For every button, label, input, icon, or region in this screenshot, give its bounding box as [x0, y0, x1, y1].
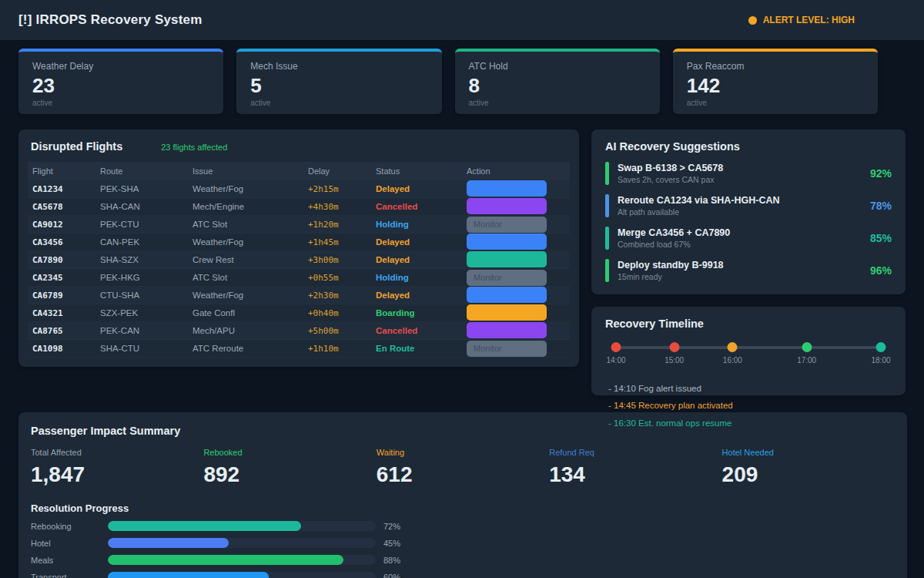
stat-card: Mech Issue5active	[236, 49, 441, 114]
impact-stat: Hotel Needed209	[722, 448, 895, 486]
action-cell: Monitor	[462, 341, 570, 357]
route-cell: PEK-CTU	[95, 220, 188, 229]
alert-level-indicator: ALERT LEVEL: HIGH	[748, 15, 855, 25]
stat-card-value: 23	[32, 76, 209, 96]
flights-table: FlightRouteIssueDelayStatusAction CA1234…	[28, 162, 570, 358]
flight-action-button[interactable]: Monitor	[467, 341, 547, 357]
suggestion-confidence: 85%	[870, 232, 892, 244]
route-cell: PEK-HKG	[95, 273, 188, 282]
delay-cell: +2h15m	[303, 184, 371, 194]
suggestion-text: Deploy standby B-991815min ready	[618, 260, 724, 282]
suggestion-subtitle: Alt path available	[618, 207, 779, 217]
issue-cell: Weather/Fog	[188, 291, 303, 300]
impact-stat-label: Total Affected	[31, 448, 203, 457]
stat-card-sublabel: active	[687, 99, 864, 107]
flight-number-cell: CA6789	[28, 291, 95, 301]
table-row: CA8765PEK-CANMech/APU+5h00mCancelled	[28, 322, 570, 340]
stat-card: ATC Hold8active	[455, 49, 660, 114]
flight-action-button[interactable]	[467, 322, 547, 338]
timeline-event: - 16:30 Est. normal ops resume	[608, 415, 892, 432]
flight-action-button[interactable]: Monitor	[467, 217, 547, 233]
flight-number-cell: CA2345	[28, 273, 95, 283]
suggestion-subtitle: Saves 2h, covers CAN pax	[618, 175, 723, 184]
route-cell: PEK-CAN	[95, 326, 188, 335]
ai-suggestion-item[interactable]: Merge CA3456 + CA7890Combined load 67%85…	[605, 227, 892, 250]
dashboard-body: Weather Delay23activeMech Issue5activeAT…	[0, 41, 924, 578]
route-cell: SHA-SZX	[95, 255, 188, 264]
flight-action-button[interactable]	[467, 287, 547, 303]
impact-stat-value: 134	[549, 464, 721, 486]
progress-row: Transport60%	[31, 572, 895, 578]
ai-suggestion-item[interactable]: Swap B-6138 > CA5678Saves 2h, covers CAN…	[605, 162, 892, 185]
timeline-tick-label: 17:00	[797, 356, 816, 365]
flight-action-button[interactable]: Monitor	[467, 270, 547, 286]
timeline-tick-label: 18:00	[871, 356, 890, 365]
flight-action-button[interactable]	[467, 198, 547, 214]
stat-card-value: 5	[250, 76, 427, 96]
progress-label: Hotel	[31, 539, 108, 548]
impact-stat-value: 892	[203, 464, 376, 486]
flight-action-button[interactable]	[467, 234, 547, 250]
disrupted-flights-panel: Disrupted Flights 23 flights affected Fl…	[18, 129, 579, 367]
flights-column-header: Flight	[28, 166, 95, 176]
flight-action-button[interactable]	[467, 304, 547, 321]
table-row: CA7890SHA-SZXCrew Rest+3h00mDelayed	[28, 251, 570, 269]
timeline-track: 14:0015:0016:0017:0018:00	[616, 342, 881, 352]
progress-track	[108, 572, 376, 578]
action-cell: Monitor	[462, 270, 570, 286]
timeline-event: - 14:45 Recovery plan activated	[608, 397, 892, 414]
status-badge: Delayed	[371, 237, 462, 247]
stat-card-label: Weather Delay	[32, 61, 209, 72]
timeline-events: - 14:10 Fog alert issued- 14:45 Recovery…	[608, 380, 892, 432]
issue-cell: Mech/Engine	[188, 202, 303, 211]
delay-cell: +5h00m	[303, 326, 371, 336]
table-row: CA2345PEK-HKGATC Slot+0h55mHoldingMonito…	[28, 269, 570, 287]
delay-cell: +0h55m	[303, 273, 371, 283]
suggestion-accent-bar	[605, 194, 609, 217]
alert-dot-icon	[748, 16, 757, 25]
flight-action-button[interactable]	[467, 180, 547, 197]
resolution-progress-list: Rebooking72%Hotel45%Meals88%Transport60%	[31, 521, 895, 578]
stat-card: Weather Delay23active	[18, 49, 223, 114]
flight-number-cell: CA5678	[28, 202, 95, 212]
timeline-dot	[728, 342, 738, 352]
ai-suggestion-item[interactable]: Reroute CA1234 via SHA-HGH-CANAlt path a…	[605, 194, 892, 217]
route-cell: SHA-CTU	[95, 344, 188, 353]
flights-column-header: Action	[462, 166, 570, 176]
impact-stat-label: Refund Req	[549, 448, 721, 457]
progress-percent: 88%	[383, 556, 400, 565]
action-cell	[462, 180, 570, 197]
progress-label: Rebooking	[31, 522, 108, 531]
status-badge: Boarding	[371, 308, 462, 318]
ai-panel-title: AI Recovery Suggestions	[605, 140, 892, 153]
flight-action-button[interactable]	[467, 251, 547, 267]
flight-number-cell: CA1098	[28, 344, 95, 354]
table-row: CA9012PEK-CTUATC Slot+1h20mHoldingMonito…	[28, 216, 570, 234]
suggestion-title: Merge CA3456 + CA7890	[618, 227, 730, 240]
route-cell: SZX-PEK	[95, 308, 188, 318]
progress-percent: 72%	[383, 522, 400, 531]
status-badge: Holding	[371, 220, 462, 229]
flights-panel-title: Disrupted Flights	[31, 140, 122, 153]
flight-number-cell: CA4321	[28, 308, 95, 318]
route-cell: SHA-CAN	[95, 202, 188, 211]
table-row: CA1234PEK-SHAWeather/Fog+2h15mDelayed	[28, 180, 570, 198]
delay-cell: +1h45m	[303, 237, 371, 247]
timeline-dot	[802, 342, 812, 352]
impact-stat-label: Waiting	[377, 448, 549, 457]
table-row: CA3456CAN-PEKWeather/Fog+1h45mDelayed	[28, 234, 570, 251]
timeline-dot	[669, 342, 679, 352]
flight-number-cell: CA7890	[28, 255, 95, 265]
ai-suggestion-item[interactable]: Deploy standby B-991815min ready96%	[605, 259, 892, 282]
action-cell	[462, 304, 570, 321]
flights-column-header: Delay	[303, 166, 371, 176]
issue-cell: Weather/Fog	[188, 237, 303, 247]
status-badge: Holding	[371, 273, 462, 282]
suggestion-title: Reroute CA1234 via SHA-HGH-CAN	[618, 195, 779, 207]
timeline-tick-label: 14:00	[606, 356, 625, 365]
table-row: CA6789CTU-SHAWeather/Fog+2h30mDelayed	[28, 287, 570, 304]
timeline-panel-title: Recovery Timeline	[605, 318, 892, 330]
flight-number-cell: CA3456	[28, 237, 95, 247]
alert-level-label: ALERT LEVEL: HIGH	[763, 15, 855, 25]
status-badge: Cancelled	[371, 202, 462, 211]
